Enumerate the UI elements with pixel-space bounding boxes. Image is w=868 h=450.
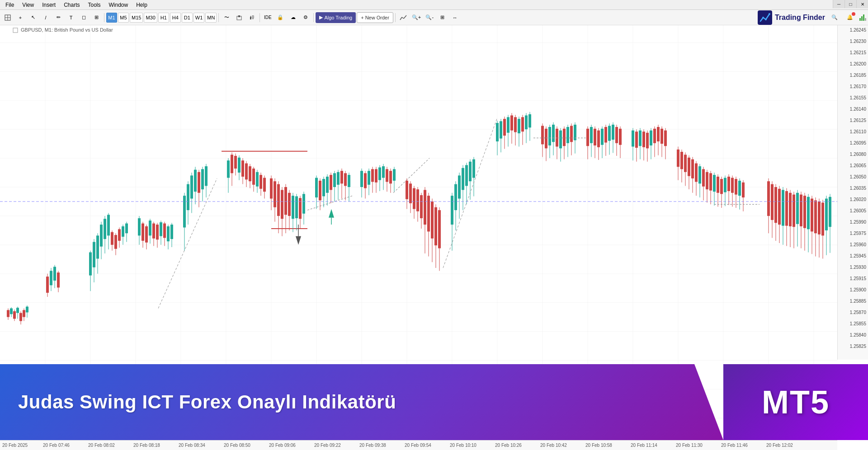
menu-insert[interactable]: Insert [38,1,59,9]
chart-type-bar[interactable] [233,12,245,23]
zoom-out-button[interactable]: 🔍- [424,12,435,23]
new-order-label: New Order [365,15,389,20]
menu-help[interactable]: Help [132,1,151,9]
svg-rect-78 [100,225,103,247]
tf-mn[interactable]: MN [205,13,217,23]
svg-rect-272 [528,114,531,127]
svg-rect-223 [413,188,415,209]
tf-h1[interactable]: H1 [158,13,169,23]
menu-bar: File View Insert Charts Tools Window Hel… [0,0,868,10]
time-1: 20 Feb 07:46 [43,443,70,448]
svg-rect-331 [660,129,663,144]
settings-button[interactable]: ⚙ [300,12,311,23]
text-button[interactable]: T [65,12,77,23]
svg-rect-280 [552,125,555,142]
svg-point-13 [762,17,764,19]
svg-rect-88 [118,229,121,241]
tf-m5[interactable]: M5 [118,13,129,23]
candles-0954-1010 [360,164,396,199]
signal-bar-1 [859,18,861,21]
objects-button[interactable]: ⊞ [90,12,102,23]
signal-bar-2 [861,16,863,21]
svg-rect-245 [462,168,464,190]
chart-type-candle[interactable] [246,12,258,23]
svg-rect-323 [646,133,649,149]
svg-rect-394 [803,196,806,228]
menu-window[interactable]: Window [105,1,132,9]
close-button[interactable]: ✕ [856,0,868,8]
svg-rect-100 [149,220,151,235]
tf-m30[interactable]: M30 [144,13,157,23]
early-candles [7,305,28,324]
fit-screen-button[interactable]: ⊞ [436,12,448,23]
maximize-button[interactable]: □ [844,0,856,8]
price-14: 1.26050 [850,174,866,179]
svg-rect-384 [785,191,788,226]
line-button[interactable]: / [40,12,52,23]
candles-0938-0954 [315,169,350,210]
algo-trading-label: Algo Trading [324,15,352,20]
svg-rect-341 [688,158,690,176]
price-6: 1.26170 [850,84,866,89]
svg-rect-159 [281,190,283,219]
svg-rect-301 [597,131,600,147]
indicators-button[interactable] [397,12,409,23]
chart-symbol: GBPUSD, M1 [21,27,52,33]
menu-file[interactable]: File [2,1,18,9]
svg-rect-378 [774,187,777,223]
svg-rect-284 [559,131,562,149]
new-chart-button[interactable] [2,12,14,23]
time-9: 20 Feb 09:54 [405,443,431,448]
svg-rect-247 [465,165,468,186]
chart-type-line[interactable]: 〜 [221,12,232,23]
svg-rect-98 [145,226,148,243]
brand-name: Trading Finder [775,14,825,22]
svg-rect-374 [767,181,770,216]
svg-rect-153 [270,178,273,199]
zoom-in-button[interactable]: 🔍+ [410,12,423,23]
tf-m15[interactable]: M15 [130,13,143,23]
scroll-right-button[interactable]: ↔ [449,12,461,23]
svg-rect-276 [545,129,547,148]
svg-rect-114 [183,196,186,227]
search-button[interactable]: 🔍 [829,12,840,23]
price-5: 1.26185 [850,73,866,78]
cursor-button[interactable]: ↖ [27,12,39,23]
minimize-button[interactable]: ─ [833,0,844,8]
tf-d1[interactable]: D1 [182,13,193,23]
svg-rect-237 [438,210,441,248]
ide-button[interactable]: IDE [262,12,274,23]
menu-view[interactable]: View [19,1,38,9]
svg-rect-184 [326,177,329,193]
separator-2 [218,13,219,22]
tf-m1[interactable]: M1 [106,13,117,23]
menu-charts[interactable]: Charts [60,1,83,9]
svg-rect-148 [259,175,262,189]
svg-rect-325 [650,131,652,145]
svg-rect-12 [758,10,772,25]
tf-w1[interactable]: W1 [193,13,205,23]
new-order-button[interactable]: + New Order [357,12,393,23]
candles-0802 [89,213,128,291]
svg-rect-376 [771,184,774,220]
svg-rect-313 [619,129,622,145]
svg-rect-382 [782,190,784,225]
svg-rect-124 [201,169,204,189]
shapes-button[interactable]: ◻ [78,12,90,23]
lock-button[interactable]: 🔒 [274,12,286,23]
svg-rect-221 [409,183,412,203]
svg-rect-357 [717,177,719,193]
svg-rect-108 [163,224,166,238]
svg-rect-68 [53,267,56,281]
svg-point-14 [765,19,767,20]
notification-button[interactable]: 🔔 [844,12,856,23]
tf-h4[interactable]: H4 [170,13,181,23]
crosshair-button[interactable]: + [14,12,26,23]
menu-tools[interactable]: Tools [85,1,104,9]
svg-rect-392 [800,195,802,226]
algo-trading-button[interactable]: ▶ Algo Trading [316,12,356,23]
cloud-button[interactable]: ☁ [287,12,299,23]
plus-icon: + [361,15,363,20]
svg-rect-270 [525,115,528,129]
pencil-button[interactable]: ✏ [52,12,64,23]
